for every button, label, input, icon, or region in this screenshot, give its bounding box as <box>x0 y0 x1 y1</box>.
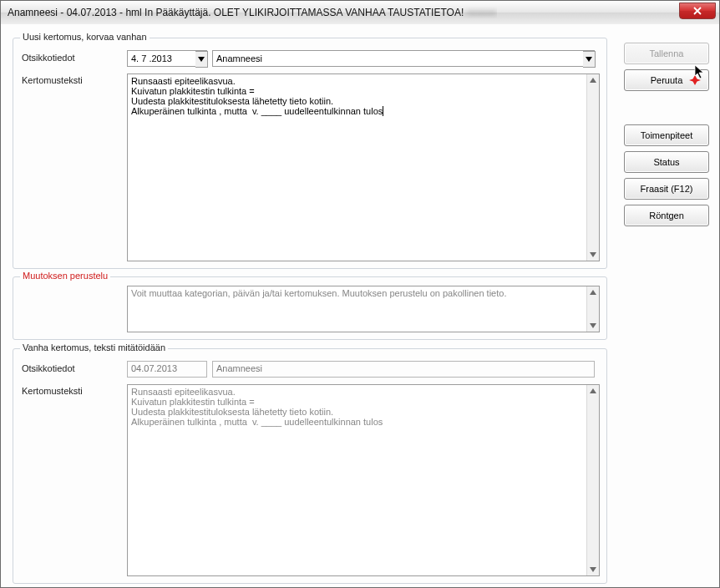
group-new-entry: Uusi kertomus, korvaa vanhan Otsikkotied… <box>13 38 607 269</box>
group-change-reason: Muutoksen perustelu Voit muuttaa kategor… <box>13 276 607 340</box>
window-close-button[interactable] <box>679 3 716 19</box>
group-old-entry-legend: Vanha kertomus, teksti mitätöidään <box>20 342 168 352</box>
rontgen-button[interactable]: Röntgen <box>624 205 709 226</box>
new-text-area[interactable]: Runsaasti epiteelikasvua. Kuivatun plakk… <box>128 74 587 261</box>
dialog-body: Tallenna Peruuta Toimenpiteet Status Fra… <box>1 24 719 587</box>
fraasit-button-label: Fraasit (F12) <box>641 184 693 194</box>
dialog-window: Anamneesi - 04.07.2013 - hml In Pääkäytt… <box>0 0 720 588</box>
scroll-down-button[interactable] <box>587 249 599 261</box>
scroll-up-button[interactable] <box>587 74 599 86</box>
new-text-area-wrap: Runsaasti epiteelikasvua. Kuivatun plakk… <box>127 74 600 261</box>
close-icon <box>692 7 702 15</box>
date-dropdown-arrow[interactable] <box>195 51 208 68</box>
scroll-up-button[interactable] <box>587 286 599 298</box>
svg-marker-0 <box>689 75 701 85</box>
toimenpiteet-button-label: Toimenpiteet <box>641 130 692 140</box>
label-kertomusteksti-old: Kertomusteksti <box>22 386 83 396</box>
svg-marker-5 <box>590 290 596 295</box>
cancel-button[interactable]: Peruuta <box>624 69 709 91</box>
cancel-active-marker <box>689 74 701 88</box>
svg-marker-2 <box>586 57 592 62</box>
title-prefix: Anamneesi - 04.07.2013 - hml In Pääkäytt… <box>8 7 214 18</box>
window-title: Anamneesi - 04.07.2013 - hml In Pääkäytt… <box>8 7 497 18</box>
old-text-wrap: Runsaasti epiteelikasvua. Kuivatun plakk… <box>127 384 600 576</box>
old-text-scrollbar[interactable] <box>586 385 599 575</box>
svg-marker-6 <box>590 323 596 328</box>
cancel-button-label: Peruuta <box>651 75 683 85</box>
status-button-label: Status <box>653 157 679 167</box>
group-new-entry-legend: Uusi kertomus, korvaa vanhan <box>20 32 150 42</box>
title-blurred-tail: ——— <box>467 7 497 18</box>
new-text-scrollbar[interactable] <box>586 74 599 261</box>
button-column: Tallenna Peruuta Toimenpiteet Status Fra… <box>624 43 707 231</box>
scroll-up-button[interactable] <box>587 385 599 397</box>
scroll-down-button[interactable] <box>587 564 599 575</box>
label-otsikkotiedot-old: Otsikkotiedot <box>22 363 75 373</box>
svg-marker-4 <box>590 252 596 257</box>
new-text-content: Runsaasti epiteelikasvua. Kuivatun plakk… <box>131 76 383 116</box>
old-date-readonly: 04.07.2013 <box>127 361 207 378</box>
chevron-down-icon <box>586 57 592 62</box>
title-warning: OLET YLIKIRJOITTAMASSA VANHAA TAUSTATIET… <box>214 7 464 18</box>
label-otsikkotiedot-new: Otsikkotiedot <box>22 53 75 63</box>
fraasit-button[interactable]: Fraasit (F12) <box>624 178 709 200</box>
group-change-reason-legend: Muutoksen perustelu <box>20 271 110 281</box>
reason-text-wrap: Voit muuttaa kategorian, päivän ja/tai k… <box>127 286 600 332</box>
chevron-down-icon <box>198 57 205 62</box>
toimenpiteet-button[interactable]: Toimenpiteet <box>624 124 709 146</box>
status-button[interactable]: Status <box>624 151 709 173</box>
old-text-area: Runsaasti epiteelikasvua. Kuivatun plakk… <box>128 385 587 575</box>
reason-scrollbar[interactable] <box>586 286 599 332</box>
category-dropdown-arrow[interactable] <box>583 51 596 68</box>
rontgen-button-label: Röntgen <box>649 210 684 220</box>
save-button: Tallenna <box>624 43 709 64</box>
old-category-readonly: Anamneesi <box>212 361 595 378</box>
scroll-down-button[interactable] <box>587 320 599 332</box>
svg-marker-1 <box>198 57 205 62</box>
group-old-entry: Vanha kertomus, teksti mitätöidään Otsik… <box>13 348 607 584</box>
svg-marker-8 <box>590 567 596 572</box>
svg-marker-3 <box>590 78 596 83</box>
text-caret <box>383 106 383 116</box>
svg-marker-7 <box>590 388 596 393</box>
titlebar[interactable]: Anamneesi - 04.07.2013 - hml In Pääkäytt… <box>1 1 719 25</box>
label-kertomusteksti-new: Kertomusteksti <box>22 75 83 85</box>
save-button-label: Tallenna <box>650 48 684 58</box>
reason-text-area[interactable]: Voit muuttaa kategorian, päivän ja/tai k… <box>128 286 587 332</box>
category-input[interactable] <box>212 50 595 67</box>
